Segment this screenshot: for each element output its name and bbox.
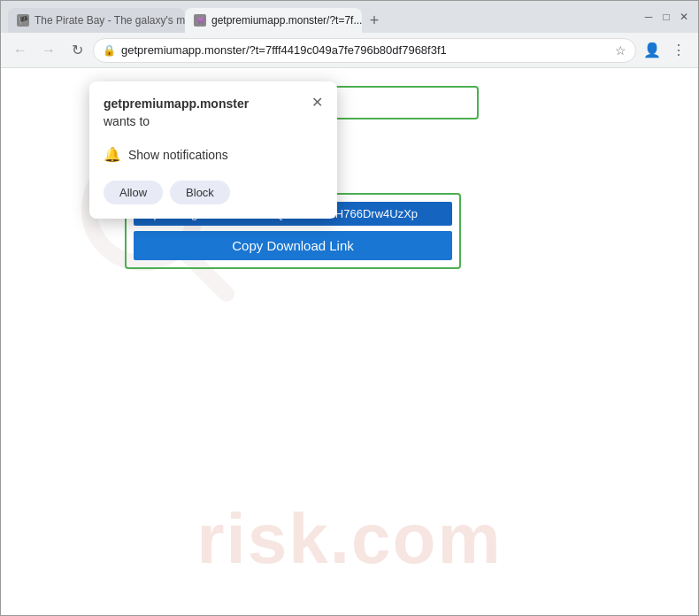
page-content: risk.com dy... 5 RL in browser https://m… xyxy=(1,68,698,615)
popup-option-label: Show notifications xyxy=(128,148,228,162)
tab-piratebay-label: The Pirate Bay - The galaxy's m... xyxy=(35,14,185,27)
address-text: getpremiumapp.monster/?t=7fff4419c049a7f… xyxy=(121,43,610,57)
popup-header: getpremiumapp.monster wants to ✕ xyxy=(104,96,323,130)
tab-bar: 🏴 The Pirate Bay - The galaxy's m... ✕ 👾… xyxy=(8,1,638,33)
notification-popup: getpremiumapp.monster wants to ✕ 🔔 Show … xyxy=(89,81,337,219)
minimize-button[interactable]: ─ xyxy=(641,10,656,24)
nav-right-buttons: 👤 ⋮ xyxy=(640,38,691,63)
popup-domain: getpremiumapp.monster xyxy=(104,96,249,111)
security-icon: 🔒 xyxy=(103,44,116,57)
popup-wants-label: wants to xyxy=(104,114,150,128)
browser-window: 🏴 The Pirate Bay - The galaxy's m... ✕ 👾… xyxy=(0,0,699,616)
popup-close-button[interactable]: ✕ xyxy=(311,96,323,110)
close-window-button[interactable]: ✕ xyxy=(677,10,691,24)
refresh-button[interactable]: ↻ xyxy=(65,38,89,63)
tab-piratebay-favicon: 🏴 xyxy=(17,14,29,27)
popup-title: getpremiumapp.monster wants to xyxy=(104,96,249,130)
block-button[interactable]: Block xyxy=(170,181,230,204)
popup-buttons: Allow Block xyxy=(104,181,323,204)
watermark-text: risk.com xyxy=(196,498,502,580)
tab-piratebay[interactable]: 🏴 The Pirate Bay - The galaxy's m... ✕ xyxy=(8,8,185,33)
title-bar: 🏴 The Pirate Bay - The galaxy's m... ✕ 👾… xyxy=(1,1,698,33)
address-bar[interactable]: 🔒 getpremiumapp.monster/?t=7fff4419c049a… xyxy=(93,38,636,63)
new-tab-button[interactable]: + xyxy=(362,8,387,33)
tab-getpremiumapp-label: getpremiumapp.monster/?t=7f... xyxy=(211,14,362,27)
tab-getpremiumapp[interactable]: 👾 getpremiumapp.monster/?t=7f... ✕ xyxy=(185,8,362,33)
copy-download-link-button[interactable]: Copy Download Link xyxy=(134,231,452,260)
window-controls: ─ □ ✕ xyxy=(641,10,691,24)
bookmark-icon[interactable]: ☆ xyxy=(615,43,626,58)
allow-button[interactable]: Allow xyxy=(104,181,163,204)
tab-getpremiumapp-favicon: 👾 xyxy=(194,14,206,27)
forward-button[interactable]: → xyxy=(36,38,61,63)
profile-button[interactable]: 👤 xyxy=(640,38,664,63)
menu-button[interactable]: ⋮ xyxy=(666,38,691,63)
nav-bar: ← → ↻ 🔒 getpremiumapp.monster/?t=7fff441… xyxy=(1,33,698,68)
bell-icon: 🔔 xyxy=(104,146,121,163)
back-button[interactable]: ← xyxy=(8,38,33,63)
popup-option-notifications: 🔔 Show notifications xyxy=(104,141,323,168)
maximize-button[interactable]: □ xyxy=(659,10,673,24)
